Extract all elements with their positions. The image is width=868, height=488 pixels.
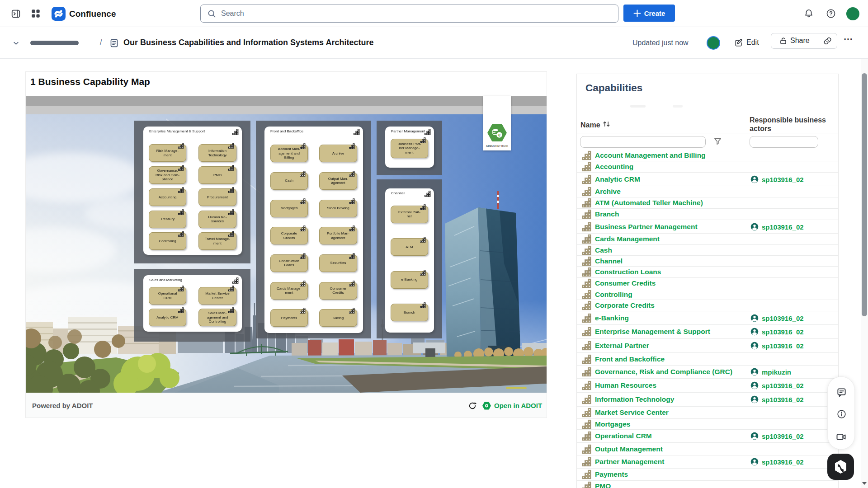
svg-text:€: €	[498, 133, 500, 137]
